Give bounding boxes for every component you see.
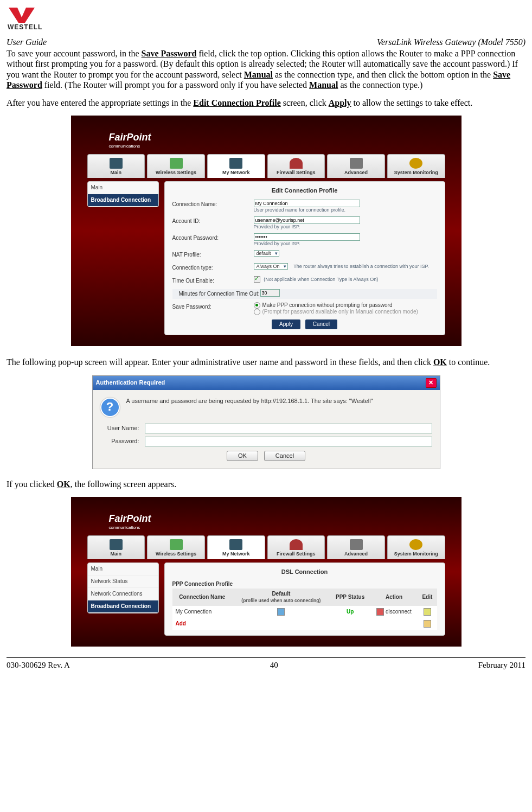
row-action[interactable]: disconnect [386,609,412,615]
timeout-checkbox[interactable] [254,276,260,283]
nat-select[interactable]: default [254,250,279,257]
tab-system[interactable]: System Monitoring [387,154,445,178]
dsl-subtitle: PPP Connection Profile [172,581,437,587]
table-row-add: Add [172,618,437,630]
tab-main[interactable]: Main [87,154,145,178]
col-action: Action [370,589,418,606]
auth-user-label: User Name: [100,425,139,432]
tab2-wireless[interactable]: Wireless Settings [147,535,205,559]
add-icon[interactable] [424,620,431,628]
auth-message: A username and password are being reques… [126,398,373,417]
auth-dialog: Authentication Required ✕ ? A username a… [92,375,440,469]
row-status: Up [347,609,354,615]
acct-id-hint: Provided by your ISP. [254,224,437,230]
sidebar-item-main[interactable]: Main [88,182,158,194]
auth-user-input[interactable] [145,424,432,433]
monitoring-icon [409,539,422,550]
sidebar-2: Main Network Status Network Connections … [87,562,159,613]
panel-title: Edit Connection Profile [172,187,437,194]
wireless-icon [170,158,183,169]
router-screenshot-edit-profile: FairPointcommunications Main Wireless Se… [71,116,462,346]
timeout-label: Time Out Enable: [172,276,254,286]
col-conn-name: Connection Name [172,589,233,606]
wireless-icon [170,539,183,550]
conn-name-hint: User provided name for connection profil… [254,207,437,213]
auth-title: Authentication Required [96,379,165,386]
nat-label: NAT Profile: [172,250,254,260]
timeout-hint: (Not applicable when Connection Type is … [264,277,378,282]
sidebar2-broadband[interactable]: Broadband Connection [88,600,158,613]
router-tabs: Main Wireless Settings My Network Firewa… [87,154,445,178]
advanced-icon [350,539,363,550]
footer-right: February 2011 [478,660,525,670]
tab2-advanced[interactable]: Advanced [327,535,385,559]
savepw-radio-auto[interactable] [254,302,260,309]
auth-ok-button[interactable]: OK [227,451,258,461]
fairpoint-logo: FairPointcommunications [76,121,456,154]
col-edit: Edit [418,589,437,606]
acct-id-input[interactable] [254,216,360,224]
savepw-label: Save Password: [172,302,254,312]
edit-connection-panel: Edit Connection Profile Connection Name:… [164,181,445,335]
conn-name-input[interactable] [254,200,360,207]
network-icon [229,539,242,550]
dsl-title: DSL Connection [172,568,437,576]
tab-firewall[interactable]: Firewall Settings [267,154,325,178]
col-default: Default(profile used when auto connectin… [232,589,330,606]
ctype-select[interactable]: Always On [254,263,288,270]
sidebar2-netconn[interactable]: Network Connections [88,588,158,600]
ctype-label: Connection type: [172,263,254,273]
sidebar2-main[interactable]: Main [88,563,158,576]
page-number: 40 [270,660,278,670]
paragraph-3: The following pop-up screen will appear.… [7,357,525,367]
minutes-label: Minutes for Connection Time Out: [172,289,260,299]
table-row: My Connection Up disconnect [172,606,437,618]
apply-button[interactable]: Apply [272,319,300,329]
router-screenshot-dsl-connection: FairPointcommunications Main Wireless Se… [71,497,462,647]
acct-pw-label: Account Password: [172,233,254,243]
auth-pw-input[interactable] [145,437,432,446]
savepw-opt2: (Prompt for password available only in M… [262,309,418,315]
disconnect-icon[interactable] [376,608,384,616]
edit-icon[interactable] [424,608,431,616]
question-icon: ? [100,398,120,417]
tab-my-network[interactable]: My Network [207,154,265,178]
tab-advanced[interactable]: Advanced [327,154,385,178]
acct-id-label: Account ID: [172,216,254,226]
westell-logo: WESTELL [7,7,525,33]
firewall-icon [290,539,303,550]
network-icon [229,158,242,169]
add-link[interactable]: Add [176,621,186,626]
tab2-main[interactable]: Main [87,535,145,559]
home-icon [110,158,123,169]
home-icon [110,539,123,550]
conn-name-label: Connection Name: [172,200,254,209]
sidebar2-netstatus[interactable]: Network Status [88,576,158,588]
acct-pw-input[interactable] [254,233,360,241]
sidebar-item-broadband[interactable]: Broadband Connection [88,194,158,207]
advanced-icon [350,158,363,169]
firewall-icon [290,158,303,169]
tab2-system[interactable]: System Monitoring [387,535,445,559]
paragraph-2: After you have entered the appropriate s… [7,98,525,108]
savepw-radio-prompt[interactable] [254,309,260,315]
default-profile-icon[interactable] [277,608,285,616]
auth-cancel-button[interactable]: Cancel [264,451,305,461]
col-ppp: PPP Status [330,589,370,606]
close-icon[interactable]: ✕ [426,378,437,388]
acct-pw-hint: Provided by your ISP. [254,241,437,247]
tab2-my-network[interactable]: My Network [207,535,265,559]
monitoring-icon [409,158,422,169]
logo-text: WESTELL [8,23,42,31]
tab-wireless[interactable]: Wireless Settings [147,154,205,178]
ctype-hint: The router always tries to establish a c… [293,264,428,269]
cancel-button[interactable]: Cancel [305,319,337,329]
tab2-firewall[interactable]: Firewall Settings [267,535,325,559]
dsl-panel: DSL Connection PPP Connection Profile Co… [164,562,445,636]
fairpoint-logo-2: FairPointcommunications [76,502,456,535]
minutes-input[interactable] [260,289,280,297]
auth-pw-label: Password: [100,438,139,445]
row-name: My Connection [172,606,233,618]
doc-section-right: VersaLink Wireless Gateway (Model 7550) [377,37,525,47]
router-tabs-2: Main Wireless Settings My Network Firewa… [87,535,445,559]
